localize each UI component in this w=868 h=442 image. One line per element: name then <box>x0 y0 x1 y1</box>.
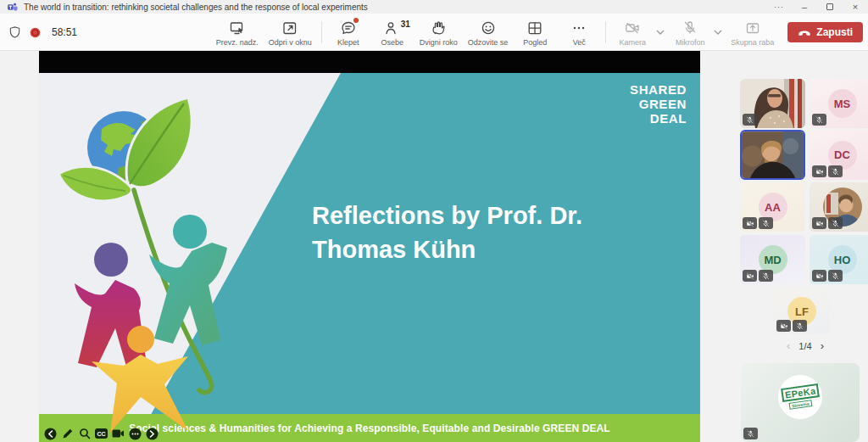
raise-hand-icon <box>430 20 447 36</box>
avatar: MS <box>828 89 857 118</box>
closed-captions-button[interactable]: CC <box>95 428 108 440</box>
mic-muted-icon <box>759 217 773 229</box>
window-titlebar: The world in transition: rethinking soci… <box>0 0 868 14</box>
chat-notification-dot <box>353 18 359 23</box>
logo-line-1: SHARED <box>630 82 687 97</box>
participants-count: 31 <box>401 20 410 29</box>
next-page-chevron-icon[interactable]: › <box>821 339 824 352</box>
hang-up-icon <box>798 29 811 36</box>
chat-label: Klepet <box>337 38 359 47</box>
participant-initials: MS <box>834 98 851 110</box>
raise-hand-button[interactable]: Dvigni roko <box>415 14 463 51</box>
close-icon[interactable]: × <box>843 0 868 14</box>
camera-options-chevron-icon[interactable] <box>654 30 666 35</box>
previous-page-chevron-icon[interactable]: ‹ <box>787 339 790 352</box>
epeka-logo: EPeKa Slovenia <box>778 375 822 419</box>
active-speaker-video-tile[interactable] <box>740 130 805 180</box>
meeting-status: 58:51 <box>8 14 77 51</box>
teams-meeting-window: { "window": { "title": "The world in tra… <box>0 0 868 442</box>
logo-line-3: DEAL <box>630 111 687 126</box>
more-slide-options-button[interactable] <box>129 428 142 440</box>
toolbar-actions: Prevz. nadz. Odpri v oknu Klepet <box>211 14 863 51</box>
chat-button[interactable]: Klepet <box>326 14 370 51</box>
participant-video-tile[interactable] <box>740 79 805 128</box>
screen-control-icon <box>229 20 246 36</box>
mic-muted-icon <box>759 270 773 282</box>
react-button[interactable]: Odzovite se <box>463 14 514 51</box>
slide-controls: CC <box>44 427 159 440</box>
camera-button[interactable]: Kamera <box>610 14 654 51</box>
mic-muted-icon <box>828 270 843 282</box>
participant-tile-epeka[interactable]: EPeKa Slovenia <box>741 363 860 442</box>
camera-off-icon <box>776 320 791 332</box>
next-slide-button[interactable] <box>146 428 159 440</box>
leave-button[interactable]: Zapusti <box>787 22 863 42</box>
participant-tile-ho[interactable]: HO <box>810 235 868 284</box>
participants-pagination: ‹ 1/4 › <box>767 339 843 352</box>
mic-muted-icon <box>828 217 843 229</box>
camera-label: Kamera <box>620 38 647 47</box>
camera-off-icon <box>743 270 757 282</box>
epeka-brand-text: EPeKa <box>781 383 820 402</box>
meeting-title: The world in transition: rethinking soci… <box>24 3 368 12</box>
share-label: Skupna raba <box>731 38 774 47</box>
view-button[interactable]: Pogled <box>513 14 557 51</box>
more-actions-label: Več <box>573 38 586 47</box>
shared-slide: SHARED GREEN DEAL Reflections by Prof. D… <box>39 73 700 442</box>
previous-slide-button[interactable] <box>44 428 57 440</box>
teams-app-icon <box>8 3 18 12</box>
slide-title-line-1: Reflections by Prof. Dr. <box>312 199 582 232</box>
maximize-icon[interactable] <box>817 0 843 14</box>
participant-initials: HO <box>834 254 851 266</box>
open-in-window-button[interactable]: Odpri v oknu <box>264 14 317 51</box>
participant-tile-lf[interactable]: LF <box>774 288 830 334</box>
people-button[interactable]: 31 Osebe <box>370 14 415 51</box>
mic-muted-icon <box>743 428 758 439</box>
react-label: Odzovite se <box>468 38 509 47</box>
participant-photo-tile[interactable] <box>810 182 868 232</box>
raise-hand-label: Dvigni roko <box>420 38 458 47</box>
share-button[interactable]: Skupna raba <box>726 14 779 51</box>
take-control-label: Prevz. nadz. <box>216 38 259 47</box>
people-label: Osebe <box>381 38 403 47</box>
microphone-options-chevron-icon[interactable] <box>712 30 724 35</box>
participant-initials: MD <box>764 254 781 266</box>
camera-off-icon <box>812 217 826 229</box>
camera-off-icon <box>812 165 826 177</box>
chat-icon <box>340 20 357 36</box>
take-control-button[interactable]: Prevz. nadz. <box>211 14 264 51</box>
mic-muted-icon <box>743 114 757 126</box>
epeka-subtitle-text: Slovenia <box>788 400 811 410</box>
pen-tool-icon[interactable] <box>61 428 74 440</box>
meeting-timer: 58:51 <box>52 26 77 38</box>
microphone-button[interactable]: Mikrofon <box>668 14 712 51</box>
open-in-window-icon <box>281 20 298 36</box>
video-camera-icon[interactable] <box>112 428 125 440</box>
green-deal-illustration <box>46 85 300 439</box>
camera-off-icon <box>812 270 826 282</box>
grid-view-icon <box>526 20 543 36</box>
camera-off-icon <box>624 20 641 36</box>
slide-title-line-2: Thomas Kühn <box>312 232 582 266</box>
toolbar-divider <box>605 21 606 43</box>
microphone-label: Mikrofon <box>676 38 705 47</box>
participant-tile-ms[interactable]: MS <box>810 79 868 128</box>
participant-initials: LF <box>795 305 809 318</box>
minimize-icon[interactable]: – <box>792 0 817 14</box>
view-label: Pogled <box>523 38 547 47</box>
share-screen-icon <box>744 20 761 36</box>
participant-tile-md[interactable]: MD <box>740 235 805 284</box>
ellipsis-icon <box>570 20 587 36</box>
participant-initials: AA <box>765 201 781 214</box>
window-more-icon[interactable]: ··· <box>766 0 792 14</box>
more-actions-button[interactable]: Več <box>557 14 601 51</box>
participant-tile-aa[interactable]: AA <box>740 182 805 232</box>
page-indicator: 1/4 <box>798 341 811 351</box>
smiley-icon <box>480 20 497 36</box>
window-controls: ··· – × <box>766 0 868 14</box>
shared-content-top-bar <box>39 50 700 73</box>
mic-muted-icon <box>793 320 807 332</box>
magnifier-icon[interactable] <box>78 428 91 440</box>
participant-tile-dc[interactable]: DC <box>810 130 868 180</box>
meeting-toolbar: 58:51 Prevz. nadz. Odpri v oknu <box>0 14 868 51</box>
